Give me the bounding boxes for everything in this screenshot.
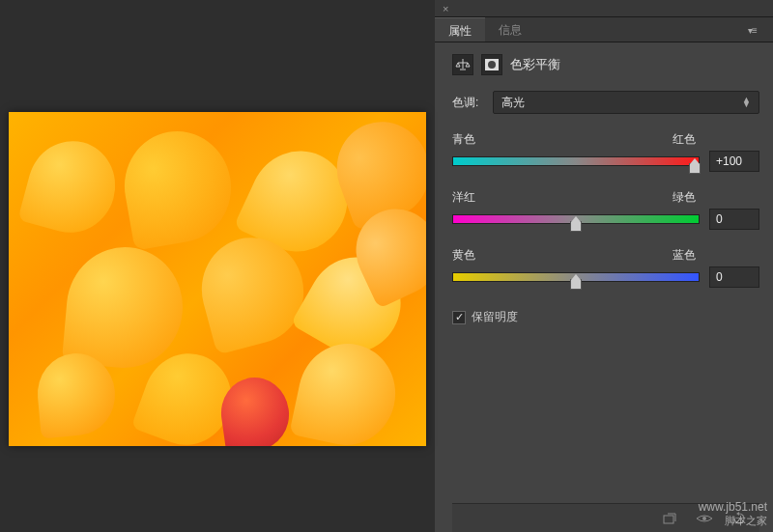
value-magenta-green[interactable]	[709, 209, 759, 230]
label-red: 红色	[673, 131, 696, 148]
tone-label: 色调:	[452, 95, 485, 111]
clip-to-layer-icon[interactable]	[659, 510, 680, 527]
color-balance-icon[interactable]	[452, 54, 473, 75]
properties-panel: × 属性 信息 色彩平衡 色调: 高光 ▲▼	[435, 0, 773, 532]
panel-tabs: 属性 信息	[435, 17, 773, 42]
label-green: 绿色	[673, 189, 696, 206]
check-icon: ✓	[455, 312, 464, 322]
watermark: www.jb51.net 脚本之家	[699, 500, 767, 528]
value-yellow-blue[interactable]	[709, 266, 759, 288]
preserve-luminosity-label: 保留明度	[472, 309, 518, 325]
slider-track-magenta-green[interactable]	[452, 214, 700, 224]
tone-selected-value: 高光	[501, 95, 525, 111]
panel-title-bar: ×	[435, 0, 773, 17]
label-magenta: 洋红	[452, 189, 475, 206]
label-cyan: 青色	[452, 131, 475, 148]
panel-menu-icon[interactable]	[748, 23, 765, 35]
label-blue: 蓝色	[673, 247, 696, 264]
label-yellow: 黄色	[452, 247, 475, 264]
preserve-luminosity-checkbox[interactable]: ✓	[452, 311, 466, 324]
slider-thumb[interactable]	[570, 279, 582, 290]
close-icon[interactable]: ×	[443, 3, 448, 14]
layer-mask-icon[interactable]	[481, 54, 502, 75]
slider-thumb[interactable]	[689, 163, 701, 174]
slider-track-cyan-red[interactable]	[452, 156, 700, 166]
tab-properties[interactable]: 属性	[435, 17, 485, 42]
tone-row: 色调: 高光 ▲▼	[452, 91, 759, 114]
preserve-luminosity-row: ✓ 保留明度	[452, 309, 759, 325]
value-cyan-red[interactable]	[709, 151, 759, 172]
slider-yellow-blue: 黄色 蓝色	[452, 247, 759, 288]
slider-thumb[interactable]	[570, 221, 582, 232]
adjustment-title: 色彩平衡	[510, 56, 560, 73]
adjustment-header: 色彩平衡	[452, 54, 759, 75]
tab-info[interactable]: 信息	[485, 17, 535, 42]
slider-cyan-red: 青色 红色	[452, 131, 759, 172]
svg-rect-2	[664, 516, 673, 523]
canvas-area	[0, 0, 435, 532]
slider-magenta-green: 洋红 绿色	[452, 189, 759, 230]
tone-select[interactable]: 高光 ▲▼	[493, 91, 759, 114]
select-arrows-icon: ▲▼	[742, 98, 751, 107]
slider-track-yellow-blue[interactable]	[452, 272, 700, 282]
svg-point-1	[488, 61, 496, 69]
panel-body: 色彩平衡 色调: 高光 ▲▼ 青色 红色	[435, 42, 773, 532]
document-image[interactable]	[9, 112, 426, 446]
